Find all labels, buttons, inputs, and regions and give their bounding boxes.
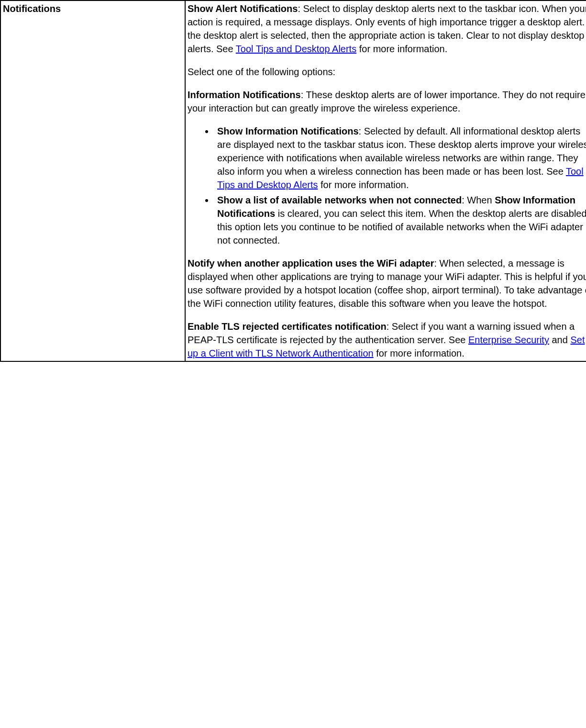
info-notifications-heading: Information Notifications xyxy=(188,90,301,100)
row-header-cell: Notifications xyxy=(0,0,185,361)
enable-tls-heading: Enable TLS rejected certificates notific… xyxy=(188,321,387,332)
enable-tls-mid: and xyxy=(549,335,570,345)
info-notifications-list: Show Information Notifications: Selected… xyxy=(188,124,586,247)
list-item: Show Information Notifications: Selected… xyxy=(214,124,586,191)
show-alert-paragraph: Show Alert Notifications: Select to disp… xyxy=(188,2,586,56)
info-notifications-paragraph: Information Notifications: These desktop… xyxy=(188,88,586,115)
notifications-table: Notifications Show Alert Notifications: … xyxy=(0,0,586,362)
show-alert-heading: Show Alert Notifications xyxy=(188,3,298,14)
row-content-cell: Show Alert Notifications: Select to disp… xyxy=(185,0,586,361)
row-header-text: Notifications xyxy=(3,3,61,14)
show-list-heading: Show a list of available networks when n… xyxy=(217,195,462,205)
list-item: Show a list of available networks when n… xyxy=(214,193,586,247)
tool-tips-link-1[interactable]: Tool Tips and Desktop Alerts xyxy=(236,44,356,54)
show-info-heading: Show Information Notifications xyxy=(217,126,359,136)
enable-tls-paragraph: Enable TLS rejected certificates notific… xyxy=(188,320,586,360)
notify-adapter-paragraph: Notify when another application uses the… xyxy=(188,257,586,310)
show-list-text-1: : When xyxy=(462,195,495,205)
enterprise-security-link[interactable]: Enterprise Security xyxy=(468,335,549,345)
notify-adapter-heading: Notify when another application uses the… xyxy=(188,258,434,269)
show-info-text-2: for more information. xyxy=(318,179,409,190)
enable-tls-text-2: for more information. xyxy=(374,348,464,358)
select-options-paragraph: Select one of the following options: xyxy=(188,65,586,78)
show-alert-text-2: for more information. xyxy=(356,44,447,54)
